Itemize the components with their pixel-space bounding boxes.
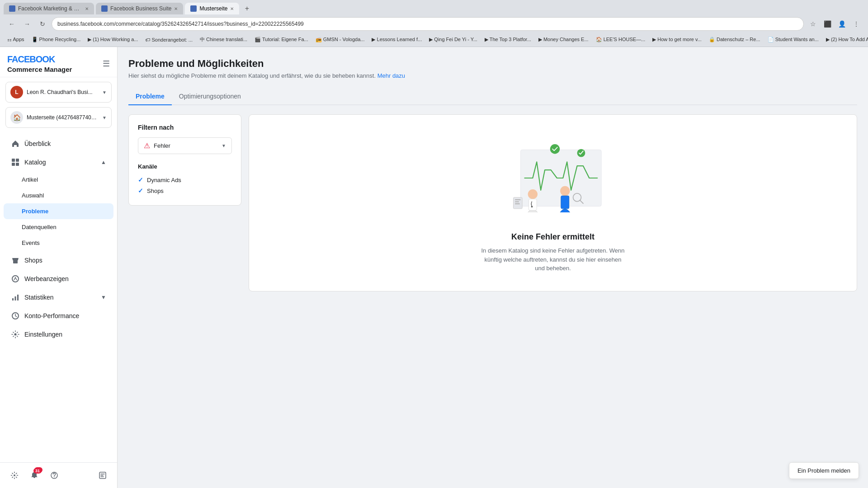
footer-report-button[interactable]	[95, 468, 110, 483]
channel-item-shops[interactable]: ✓ Shops	[138, 185, 232, 196]
bookmark-8[interactable]: ▶ Qing Fei De Yi - Y...	[427, 36, 479, 43]
sidebar-label-datenquellen: Datenquellen	[22, 224, 57, 230]
mehr-dazu-link[interactable]: Mehr dazu	[377, 72, 405, 79]
page-selector-button[interactable]: 🏠 Musterseite (442764877401... ▼	[5, 107, 112, 128]
svg-rect-24	[515, 199, 521, 200]
forward-button[interactable]: →	[21, 18, 33, 30]
page-subtitle: Hier siehst du mögliche Probleme mit dei…	[128, 72, 857, 79]
sidebar-label-uberblick: Überblick	[24, 140, 51, 147]
tab1-close[interactable]: ✕	[85, 6, 89, 11]
main-content: Probleme und Möglichkeiten Hier siehst d…	[118, 47, 868, 488]
bookmark-2[interactable]: ▶ (1) How Working a...	[86, 36, 140, 43]
sidebar: FACEBOOK Commerce Manager ☰ L Leon R. Ch…	[0, 47, 118, 488]
menu-icon[interactable]: ⋮	[850, 18, 863, 30]
sidebar-item-auswahl[interactable]: Auswahl	[4, 188, 113, 203]
tab1-title: Facebook Marketing & Werb...	[18, 5, 82, 12]
new-tab-button[interactable]: +	[241, 3, 253, 14]
account-chevron-icon: ▼	[102, 90, 107, 95]
address-bar[interactable]: business.facebook.com/commerce/catalog/3…	[52, 17, 804, 31]
channel-item-dynamic-ads[interactable]: ✓ Dynamic Ads	[138, 174, 232, 185]
no-errors-description: In diesem Katalog sind keine Fehler aufg…	[481, 246, 625, 273]
account-name: Leon R. Chaudhari's Busi...	[27, 89, 99, 95]
sidebar-item-konto-performance[interactable]: Konto-Performance	[4, 307, 113, 325]
channel-label-dynamic-ads: Dynamic Ads	[147, 177, 181, 183]
bookmark-13[interactable]: 🔒 Datenschutz – Re...	[707, 36, 762, 43]
filter-error-icon: ⚠	[144, 141, 150, 150]
browser-tab-2[interactable]: Facebook Business Suite ✕	[96, 3, 183, 14]
bookmarks-bar: ⚏ Apps 📱 Phone Recycling... ▶ (1) How Wo…	[0, 34, 868, 47]
svg-point-18	[528, 189, 538, 199]
statistiken-expand-icon: ▼	[101, 294, 106, 300]
tab3-close[interactable]: ✕	[230, 6, 234, 11]
filter-dropdown-arrow-icon: ▼	[222, 143, 226, 148]
bookmark-apps[interactable]: ⚏ Apps	[5, 36, 26, 43]
bookmark-10[interactable]: ▶ Money Changes E...	[537, 36, 590, 43]
sidebar-item-events[interactable]: Events	[4, 235, 113, 251]
svg-point-16	[550, 144, 560, 154]
bookmark-star-icon[interactable]: ☆	[807, 18, 819, 30]
sidebar-label-statistiken: Statistiken	[24, 294, 54, 301]
bookmark-14[interactable]: 📄 Student Wants an...	[766, 36, 821, 43]
bookmark-12[interactable]: ▶ How to get more v...	[651, 36, 703, 43]
sidebar-item-statistiken[interactable]: Statistiken ▼	[4, 288, 113, 306]
footer-help-button[interactable]	[47, 468, 61, 483]
bookmark-9[interactable]: ▶ The Top 3 Platfor...	[483, 36, 533, 43]
commerce-manager-title: Commerce Manager	[7, 66, 72, 73]
dynamic-ads-check-icon: ✓	[138, 176, 143, 183]
sidebar-item-artikel[interactable]: Artikel	[4, 172, 113, 188]
svg-rect-3	[16, 163, 19, 166]
sidebar-item-werbeanzeigen[interactable]: Werbeanzeigen	[4, 270, 113, 288]
svg-point-13	[54, 477, 55, 478]
shop-icon	[11, 256, 20, 265]
channels-title: Kanäle	[138, 163, 232, 170]
footer-notifications-button[interactable]: 31	[27, 468, 42, 483]
sidebar-item-katalog[interactable]: Katalog ▲	[4, 153, 113, 171]
tab2-close[interactable]: ✕	[174, 6, 178, 11]
svg-point-20	[531, 206, 533, 208]
page-selector: 🏠 Musterseite (442764877401... ▼	[0, 107, 117, 132]
sidebar-item-probleme[interactable]: Probleme	[4, 203, 113, 219]
report-problem-button[interactable]: Ein Problem melden	[789, 462, 859, 479]
bookmark-15[interactable]: ▶ (2) How To Add A...	[824, 36, 868, 43]
tab1-favicon	[9, 5, 15, 12]
tabs-container: Probleme Optimierungsoptionen	[128, 88, 857, 105]
tab2-title: Facebook Business Suite	[110, 5, 171, 12]
tab-probleme[interactable]: Probleme	[128, 88, 172, 105]
bookmark-1[interactable]: 📱 Phone Recycling...	[30, 36, 83, 43]
browser-tab-1[interactable]: Facebook Marketing & Werb... ✕	[4, 3, 94, 14]
filter-dropdown[interactable]: ⚠ Fehler ▼	[138, 137, 232, 154]
bookmark-6[interactable]: 📻 GMSN - Vologda...	[314, 36, 367, 43]
sidebar-label-auswahl: Auswahl	[22, 192, 44, 199]
svg-point-21	[560, 186, 570, 196]
page-icon: 🏠	[10, 111, 23, 124]
sidebar-item-shops[interactable]: Shops	[4, 251, 113, 269]
svg-rect-23	[514, 197, 523, 209]
sidebar-item-einstellungen[interactable]: Einstellungen	[4, 325, 113, 343]
tab3-favicon	[190, 5, 197, 12]
bookmark-3[interactable]: 🏷 Sonderangebot: ...	[143, 36, 194, 43]
page-title: Probleme und Möglichkeiten	[128, 58, 857, 70]
profile-icon[interactable]: 👤	[835, 18, 848, 30]
sidebar-item-datenquellen[interactable]: Datenquellen	[4, 219, 113, 235]
sidebar-item-uberblick[interactable]: Überblick	[4, 135, 113, 153]
account-avatar: L	[10, 86, 23, 99]
extensions-icon[interactable]: ⬛	[821, 18, 834, 30]
sidebar-hamburger-button[interactable]: ☰	[103, 59, 110, 69]
reload-button[interactable]: ↻	[36, 18, 49, 30]
account-selector-button[interactable]: L Leon R. Chaudhari's Busi... ▼	[5, 82, 112, 103]
browser-tab-3[interactable]: Musterseite ✕	[185, 3, 239, 14]
svg-rect-25	[515, 202, 519, 202]
tab3-title: Musterseite	[199, 5, 227, 12]
stats-icon	[11, 293, 20, 302]
tab-optimierung[interactable]: Optimierungsoptionen	[172, 88, 248, 105]
bookmark-11[interactable]: 🏠 LEE'S HOUSE—...	[594, 36, 647, 43]
tab2-favicon	[101, 5, 108, 12]
home-icon	[11, 139, 20, 148]
bookmark-7[interactable]: ▶ Lessons Learned f...	[370, 36, 424, 43]
bookmark-4[interactable]: 中 Chinese translati...	[198, 35, 249, 44]
back-button[interactable]: ←	[5, 18, 18, 30]
footer-settings-button[interactable]	[7, 468, 22, 483]
browser-toolbar: ← → ↻ business.facebook.com/commerce/cat…	[0, 14, 868, 34]
account-selector: L Leon R. Chaudhari's Busi... ▼	[0, 77, 117, 107]
bookmark-5[interactable]: 🎬 Tutorial: Eigene Fa...	[253, 36, 310, 43]
